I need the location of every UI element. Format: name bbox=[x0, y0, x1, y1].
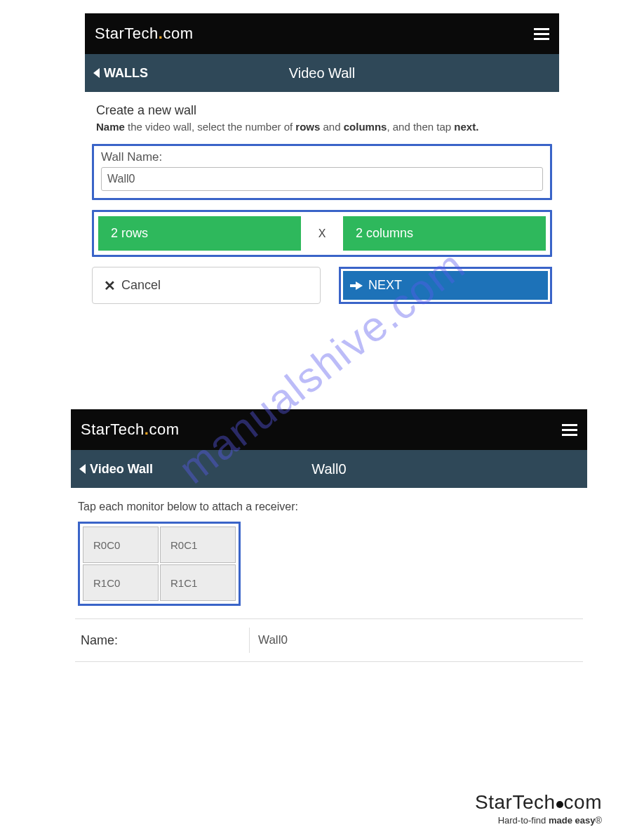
footer-tag-b: made easy bbox=[549, 815, 596, 826]
brand-text-a: StarTech bbox=[81, 421, 145, 438]
chevron-left-icon bbox=[93, 68, 100, 78]
footer-brand: StarTechcom bbox=[475, 791, 602, 814]
nav-subbar: Video Wall Wall0 bbox=[71, 450, 587, 488]
brand-text-b: com bbox=[163, 25, 193, 42]
cancel-label: Cancel bbox=[121, 278, 161, 293]
section-heading: Create a new wall bbox=[96, 103, 552, 118]
section-description: Name the video wall, select the number o… bbox=[96, 121, 552, 133]
back-label: WALLS bbox=[104, 66, 148, 81]
grid-separator: X bbox=[301, 216, 343, 251]
wall-name-input[interactable] bbox=[101, 167, 543, 191]
panel1-body: Create a new wall Name the video wall, s… bbox=[85, 92, 559, 317]
footer-tag-c: ® bbox=[595, 815, 602, 826]
action-row: ✕ Cancel NEXT bbox=[92, 267, 552, 304]
name-value[interactable]: Wall0 bbox=[249, 628, 577, 653]
monitor-grid: R0C0 R0C1 R1C0 R1C1 bbox=[83, 527, 236, 601]
brand-logo: StarTech.com bbox=[81, 421, 180, 439]
brand-text-a: StarTech bbox=[95, 25, 159, 42]
monitor-cell-r1c0[interactable]: R1C0 bbox=[83, 564, 159, 601]
menu-icon[interactable] bbox=[562, 421, 577, 439]
name-label: Name: bbox=[81, 633, 221, 648]
back-button[interactable]: WALLS bbox=[93, 66, 148, 81]
screenshot-panel-1: StarTech.com WALLS Video Wall Create a n… bbox=[84, 13, 560, 317]
close-icon: ✕ bbox=[104, 277, 116, 294]
brand-logo: StarTech.com bbox=[95, 25, 194, 43]
monitor-cell-r1c1[interactable]: R1C1 bbox=[160, 564, 236, 601]
grid-size-row: 2 rows X 2 columns bbox=[98, 216, 546, 251]
footer-logo-block: StarTechcom Hard-to-find made easy® bbox=[475, 791, 602, 826]
desc-bold-next: next. bbox=[454, 121, 478, 133]
arrow-right-icon bbox=[356, 282, 363, 290]
rows-button[interactable]: 2 rows bbox=[98, 216, 301, 251]
attach-instructions: Tap each monitor below to attach a recei… bbox=[78, 501, 580, 513]
panel2-body: Tap each monitor below to attach a recei… bbox=[71, 488, 587, 662]
desc-text: the video wall, select the number of bbox=[125, 121, 295, 133]
next-label: NEXT bbox=[368, 278, 402, 293]
footer-tagline: Hard-to-find made easy® bbox=[475, 815, 602, 826]
desc-text: , and then tap bbox=[387, 121, 454, 133]
wall-name-label: Wall Name: bbox=[101, 150, 543, 164]
monitor-grid-highlight: R0C0 R0C1 R1C0 R1C1 bbox=[78, 522, 241, 606]
name-row: Name: Wall0 bbox=[75, 618, 583, 662]
cancel-button[interactable]: ✕ Cancel bbox=[92, 267, 321, 304]
nav-subbar: WALLS Video Wall bbox=[85, 54, 559, 92]
desc-bold-rows: rows bbox=[295, 121, 320, 133]
desc-bold-columns: columns bbox=[344, 121, 387, 133]
app-topbar: StarTech.com bbox=[71, 409, 587, 450]
footer-brand-a: StarTech bbox=[475, 791, 556, 813]
app-topbar: StarTech.com bbox=[85, 13, 559, 54]
monitor-cell-r0c0[interactable]: R0C0 bbox=[83, 527, 159, 563]
next-button[interactable]: NEXT bbox=[343, 271, 548, 300]
screenshot-panel-2: StarTech.com Video Wall Wall0 Tap each m… bbox=[70, 409, 588, 663]
chevron-left-icon bbox=[79, 464, 86, 474]
footer-dot-icon bbox=[556, 801, 563, 808]
grid-size-highlight: 2 rows X 2 columns bbox=[92, 210, 552, 257]
desc-bold-name: Name bbox=[96, 121, 125, 133]
columns-button[interactable]: 2 columns bbox=[343, 216, 546, 251]
footer-brand-b: com bbox=[564, 791, 602, 813]
back-button[interactable]: Video Wall bbox=[79, 462, 153, 477]
next-highlight: NEXT bbox=[339, 267, 552, 304]
wall-name-highlight: Wall Name: bbox=[92, 144, 552, 200]
monitor-cell-r0c1[interactable]: R0C1 bbox=[160, 527, 236, 563]
desc-text: and bbox=[320, 121, 343, 133]
footer-tag-a: Hard-to-find bbox=[498, 815, 549, 826]
page-title: Video Wall bbox=[85, 65, 559, 81]
menu-icon[interactable] bbox=[534, 25, 549, 43]
back-label: Video Wall bbox=[90, 462, 153, 477]
brand-text-b: com bbox=[149, 421, 179, 438]
